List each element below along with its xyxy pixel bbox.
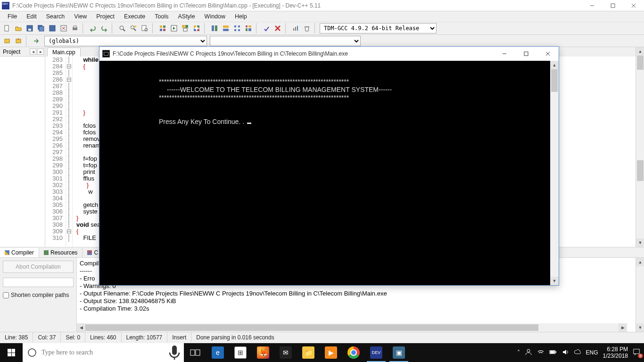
toolbar-main: TDM-GCC 4.9.2 64-bit Release xyxy=(0,22,644,35)
status-bar: Line: 385 Col: 37 Sel: 0 Lines: 460 Leng… xyxy=(0,332,644,342)
app-explorer[interactable]: 📁 xyxy=(297,343,320,362)
svg-rect-14 xyxy=(74,26,76,28)
goto-button[interactable] xyxy=(31,36,41,46)
class-browser-button[interactable] xyxy=(232,23,242,33)
mic-icon[interactable] xyxy=(165,343,184,362)
profile-button[interactable] xyxy=(290,23,301,33)
tab-compiler[interactable]: Compiler xyxy=(0,248,39,257)
compiler-select[interactable]: TDM-GCC 4.9.2 64-bit Release xyxy=(320,23,437,33)
ide-minimize-button[interactable] xyxy=(582,0,603,11)
app-edge[interactable]: e xyxy=(206,343,229,362)
new-file-button[interactable] xyxy=(2,23,12,33)
svg-rect-9 xyxy=(50,25,55,31)
tab-resources[interactable]: Resources xyxy=(39,248,83,257)
svg-point-58 xyxy=(28,349,36,356)
app-firefox[interactable]: 🦊 xyxy=(252,343,274,362)
svg-rect-18 xyxy=(134,25,136,27)
action-center-icon[interactable]: 8 xyxy=(633,348,641,357)
menu-view[interactable]: View xyxy=(69,12,91,21)
abort-compilation-button[interactable]: Abort Compilation xyxy=(3,261,74,273)
app-devcpp[interactable]: DEV xyxy=(365,343,388,362)
search-input[interactable] xyxy=(41,349,165,356)
volume-icon[interactable] xyxy=(561,348,569,357)
ide-maximize-button[interactable] xyxy=(603,0,623,11)
rebuild-button[interactable] xyxy=(191,23,202,33)
undo-button[interactable] xyxy=(88,23,98,33)
open-file-button[interactable] xyxy=(13,23,24,33)
compile-run-button[interactable] xyxy=(180,23,190,33)
tray-clock[interactable]: 6:28 PM 1/23/2018 xyxy=(603,346,628,359)
stop-debug-button[interactable] xyxy=(272,23,283,33)
menu-help[interactable]: Help xyxy=(230,12,252,21)
menu-astyle[interactable]: AStyle xyxy=(173,12,199,21)
redo-button[interactable] xyxy=(99,23,109,33)
scope-select[interactable]: (globals) xyxy=(44,36,207,46)
menu-tools[interactable]: Tools xyxy=(150,12,173,21)
bookmark-button[interactable] xyxy=(2,36,12,46)
app-store[interactable]: ⊞ xyxy=(229,343,252,362)
new-project-button[interactable] xyxy=(209,23,220,33)
cursor-icon xyxy=(247,123,251,124)
project-pane-label: Project xyxy=(3,49,20,55)
app-chrome[interactable] xyxy=(342,343,365,362)
console-body[interactable]: ****************************************… xyxy=(99,61,559,285)
app-mail[interactable]: ✉ xyxy=(274,343,297,362)
console-close-button[interactable] xyxy=(537,47,559,61)
menu-edit[interactable]: Edit xyxy=(22,12,41,21)
goto-bookmark-button[interactable] xyxy=(13,36,24,46)
console-maximize-button[interactable] xyxy=(515,47,537,61)
compile-button[interactable] xyxy=(157,23,168,33)
menu-window[interactable]: Window xyxy=(200,12,230,21)
status-lines: Lines: 460 xyxy=(85,332,121,342)
tray-chevron-icon[interactable]: ˄ xyxy=(517,349,520,356)
app-console[interactable]: ▣ xyxy=(388,343,410,362)
task-view-button[interactable] xyxy=(184,343,206,362)
taskbar-apps: e ⊞ 🦊 ✉ 📁 ▶ DEV ▣ xyxy=(184,343,410,362)
output-hscrollbar[interactable]: ◀▶ xyxy=(77,323,627,332)
battery-icon[interactable] xyxy=(549,348,557,357)
app-media-player[interactable]: ▶ xyxy=(320,343,342,362)
onedrive-icon[interactable] xyxy=(574,348,581,357)
print-button[interactable] xyxy=(70,23,80,33)
console-minimize-button[interactable] xyxy=(494,47,515,61)
menu-project[interactable]: Project xyxy=(91,12,119,21)
save-as-button[interactable] xyxy=(47,23,58,33)
replace-button[interactable] xyxy=(128,23,139,33)
taskbar-search[interactable] xyxy=(23,343,184,362)
member-select[interactable] xyxy=(210,36,361,46)
project-nav-next[interactable]: ▸ xyxy=(37,49,44,55)
system-tray: ˄ ENG 6:28 PM 1/23/2018 8 xyxy=(517,346,644,359)
save-button[interactable] xyxy=(25,23,35,33)
svg-rect-60 xyxy=(190,350,195,355)
console-vscrollbar[interactable]: ▲▼ xyxy=(550,61,559,285)
svg-rect-35 xyxy=(215,25,217,31)
menu-file[interactable]: File xyxy=(3,12,22,21)
run-button[interactable] xyxy=(169,23,179,33)
fold-column[interactable]: │ ⊟ │ ⊟ │ │ │ │ │ │ │ │ │ │ │ │ │ │ │ │ … xyxy=(66,57,73,247)
people-icon[interactable] xyxy=(525,348,532,357)
editor-tab[interactable]: Main.cpp xyxy=(47,48,81,57)
editor-vscrollbar[interactable]: ▲ ▼ xyxy=(636,47,644,247)
project-tree[interactable] xyxy=(0,57,45,247)
compile-progress xyxy=(3,278,74,287)
find-in-files-button[interactable] xyxy=(140,23,150,33)
ide-close-button[interactable] xyxy=(623,0,644,11)
project-pane: Project ◂▸ xyxy=(0,47,45,247)
project-options-button[interactable] xyxy=(221,23,231,33)
debug-button[interactable] xyxy=(261,23,272,33)
shorten-paths-checkbox[interactable]: Shorten compiler paths xyxy=(3,292,74,298)
language-indicator[interactable]: ENG xyxy=(586,349,598,356)
start-button[interactable] xyxy=(0,343,23,362)
project-nav-prev[interactable]: ◂ xyxy=(30,49,36,55)
save-all-button[interactable] xyxy=(36,23,46,33)
menu-execute[interactable]: Execute xyxy=(119,12,150,21)
windows-logo-icon xyxy=(8,349,15,356)
output-vscrollbar[interactable]: ▲▼ xyxy=(636,258,644,332)
trash-button[interactable] xyxy=(302,23,312,33)
find-button[interactable] xyxy=(117,23,127,33)
wifi-icon[interactable] xyxy=(537,348,545,357)
close-file-button[interactable] xyxy=(58,23,69,33)
panel-layout-button[interactable] xyxy=(243,23,254,33)
console-titlebar[interactable]: F:\Code Projects Files\NEWW C Projects 1… xyxy=(99,47,559,61)
menu-search[interactable]: Search xyxy=(41,12,70,21)
